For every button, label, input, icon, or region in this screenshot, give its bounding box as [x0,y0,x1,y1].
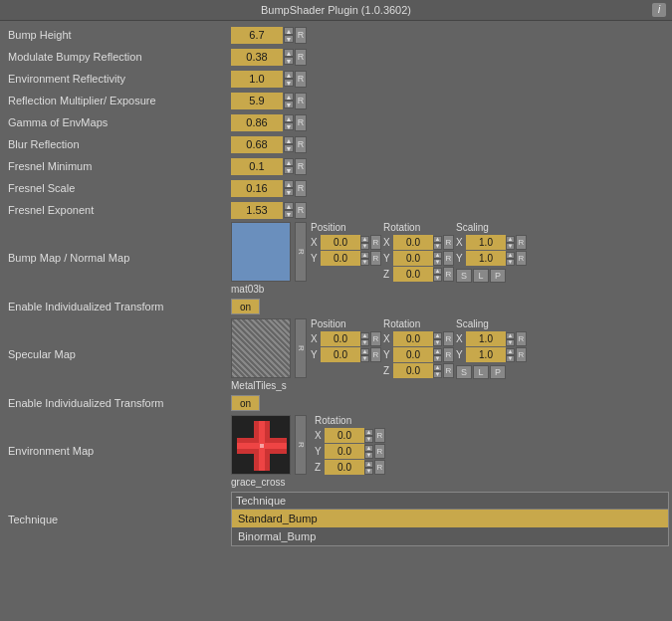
field-spinup-3[interactable]: ▲ [284,93,294,101]
bump-pos-y-value[interactable]: 0.0 [321,251,360,266]
spec-pos-y[interactable]: 0.0 [321,347,360,362]
field-value-7[interactable]: 0.16 [231,180,283,197]
env-map-r-button[interactable]: R [295,415,307,475]
spec-rot-y[interactable]: 0.0 [393,347,433,362]
spec-scale-y-r[interactable]: R [516,347,527,362]
field-r-3[interactable]: R [295,93,307,109]
technique-option-1[interactable]: Binormal_Bump [232,527,668,545]
field-spindown-3[interactable]: ▼ [284,101,294,108]
field-spindown-2[interactable]: ▼ [284,79,294,87]
bump-pos-x-spinner[interactable]: ▲▼ [360,236,369,250]
field-value-8[interactable]: 1.53 [231,202,283,219]
field-spinup-6[interactable]: ▲ [284,158,294,166]
field-r-6[interactable]: R [295,158,307,175]
field-r-8[interactable]: R [295,202,307,219]
spec-position-col: Position X 0.0 ▲▼ R Y 0.0 ▲▼ R [311,318,381,379]
field-spinup-5[interactable]: ▲ [284,136,294,144]
field-spindown-8[interactable]: ▼ [284,210,294,218]
bump-enable-on-button[interactable]: on [231,299,260,314]
technique-option-0[interactable]: Standard_Bump [232,510,668,527]
bump-l-button[interactable]: L [473,269,489,283]
spec-pos-y-r[interactable]: R [370,347,381,362]
env-rot-x-r[interactable]: R [374,428,385,443]
bump-p-button[interactable]: P [490,269,506,283]
field-value-1[interactable]: 0.38 [231,49,283,66]
env-rotation-panel: Rotation X 0.0 ▲▼ R Y 0.0 ▲▼ R [315,415,385,476]
field-spindown-4[interactable]: ▼ [284,122,294,130]
field-r-1[interactable]: R [295,49,307,66]
field-spinbtns-2[interactable]: ▲ ▼ [284,71,294,87]
spec-rot-z[interactable]: 0.0 [393,363,433,378]
specular-map-thumbnail[interactable] [231,318,291,378]
field-spinup-4[interactable]: ▲ [284,114,294,122]
field-r-4[interactable]: R [295,114,307,131]
bump-rot-x-r[interactable]: R [443,235,454,250]
field-spinup-8[interactable]: ▲ [284,202,294,210]
bump-rot-x-value[interactable]: 0.0 [393,235,433,250]
bump-rot-z-r[interactable]: R [443,267,454,282]
env-rot-x[interactable]: 0.0 [325,428,364,443]
field-spinbtns-0[interactable]: ▲ ▼ [284,27,294,43]
bump-s-button[interactable]: S [456,269,472,283]
field-value-5[interactable]: 0.68 [231,136,283,153]
bump-pos-y-spinner[interactable]: ▲▼ [360,252,369,266]
field-spinup-2[interactable]: ▲ [284,71,294,79]
spec-rot-y-r[interactable]: R [443,347,454,362]
field-value-6[interactable]: 0.1 [231,158,283,175]
field-spinbtns-8[interactable]: ▲ ▼ [284,202,294,218]
field-r-0[interactable]: R [295,27,307,44]
spec-scale-y[interactable]: 1.0 [466,347,506,362]
bump-map-thumbnail[interactable] [231,222,291,282]
bump-scale-x-value[interactable]: 1.0 [466,235,506,250]
field-spinbtns-1[interactable]: ▲ ▼ [284,49,294,65]
field-r-5[interactable]: R [295,136,307,153]
bump-scale-x-r[interactable]: R [516,235,527,250]
info-button[interactable]: i [652,3,666,17]
spec-rot-x-r[interactable]: R [443,331,454,346]
field-spinup-0[interactable]: ▲ [284,27,294,35]
field-spindown-0[interactable]: ▼ [284,35,294,43]
env-rot-y-r[interactable]: R [374,444,385,459]
spec-enable-on-button[interactable]: on [231,395,260,411]
spec-pos-x-r[interactable]: R [370,331,381,346]
spec-s-button[interactable]: S [456,365,472,379]
bump-pos-y-r[interactable]: R [370,251,381,266]
bump-scale-y-r[interactable]: R [516,251,527,266]
bump-rot-z-value[interactable]: 0.0 [393,267,433,282]
field-spinbtns-4[interactable]: ▲ ▼ [284,114,294,130]
field-spinbtns-3[interactable]: ▲ ▼ [284,93,294,108]
spec-scale-x-r[interactable]: R [516,331,527,346]
bump-rot-y-r[interactable]: R [443,251,454,266]
spec-pos-x[interactable]: 0.0 [321,331,360,346]
field-value-4[interactable]: 0.86 [231,114,283,131]
bump-pos-x-r[interactable]: R [370,235,381,250]
field-spindown-1[interactable]: ▼ [284,57,294,65]
field-spindown-6[interactable]: ▼ [284,166,294,174]
field-spinup-1[interactable]: ▲ [284,49,294,57]
spec-l-button[interactable]: L [473,365,489,379]
env-rot-y[interactable]: 0.0 [325,444,364,459]
field-r-2[interactable]: R [295,71,307,88]
spec-p-button[interactable]: P [490,365,506,379]
env-rot-z-r[interactable]: R [374,460,385,475]
field-spinbtns-5[interactable]: ▲ ▼ [284,136,294,152]
field-spinbtns-6[interactable]: ▲ ▼ [284,158,294,174]
bump-pos-x-value[interactable]: 0.0 [321,235,360,250]
field-spinbtns-7[interactable]: ▲ ▼ [284,180,294,196]
field-r-7[interactable]: R [295,180,307,197]
field-value-0[interactable]: 6.7 [231,27,283,44]
field-spindown-5[interactable]: ▼ [284,144,294,152]
field-value-3[interactable]: 5.9 [231,93,283,109]
field-value-2[interactable]: 1.0 [231,71,283,88]
bump-scale-y-value[interactable]: 1.0 [466,251,506,266]
specular-map-r-button[interactable]: R [295,318,307,378]
spec-scale-x[interactable]: 1.0 [466,331,506,346]
env-rot-z[interactable]: 0.0 [325,460,364,475]
spec-rot-z-r[interactable]: R [443,363,454,378]
field-spinup-7[interactable]: ▲ [284,180,294,188]
env-map-thumbnail[interactable] [231,415,291,475]
field-spindown-7[interactable]: ▼ [284,188,294,196]
spec-rot-x[interactable]: 0.0 [393,331,433,346]
bump-rot-y-value[interactable]: 0.0 [393,251,433,266]
bump-map-r-button[interactable]: R [295,222,307,282]
